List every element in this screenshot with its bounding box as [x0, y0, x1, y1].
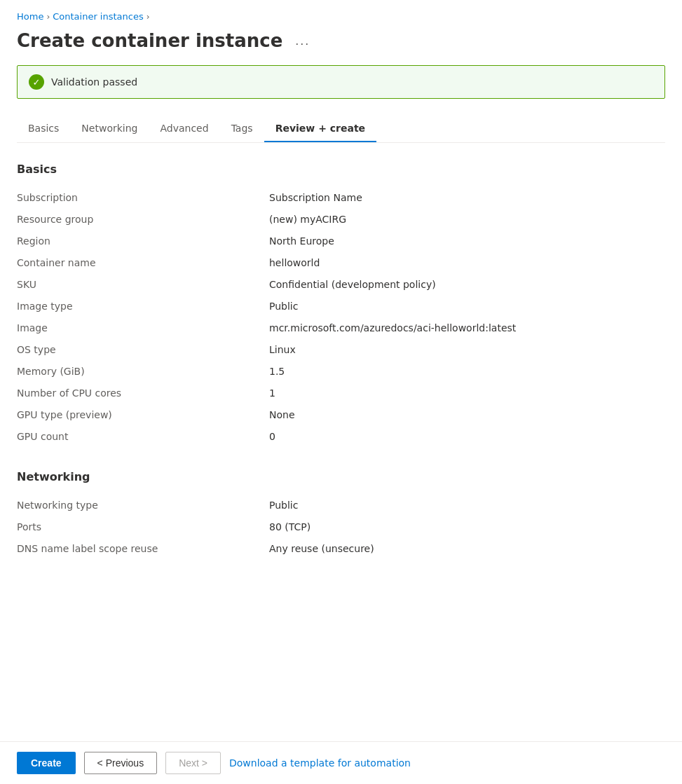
field-image-type-label: Image type: [17, 299, 269, 314]
field-image-type: Image type Public: [17, 296, 665, 317]
breadcrumb: Home › Container instances ›: [17, 11, 665, 22]
field-resource-group-label: Resource group: [17, 212, 269, 227]
field-container-name: Container name helloworld: [17, 252, 665, 274]
field-container-name-label: Container name: [17, 256, 269, 270]
validation-text: Validation passed: [51, 76, 137, 88]
field-memory-value: 1.5: [269, 364, 665, 379]
basics-section: Basics Subscription Subscription Name Re…: [17, 163, 665, 448]
field-os-type-label: OS type: [17, 343, 269, 357]
validation-banner: ✓ Validation passed: [17, 65, 665, 99]
field-networking-type-value: Public: [269, 498, 665, 513]
field-cpu-cores-value: 1: [269, 386, 665, 401]
basics-section-title: Basics: [17, 163, 665, 176]
field-region: Region North Europe: [17, 231, 665, 252]
field-gpu-count-label: GPU count: [17, 429, 269, 444]
field-sku-value: Confidential (development policy): [269, 277, 665, 292]
field-networking-type-label: Networking type: [17, 498, 269, 513]
field-region-value: North Europe: [269, 234, 665, 249]
next-button: Next >: [165, 752, 221, 774]
networking-section-title: Networking: [17, 470, 665, 483]
field-os-type: OS type Linux: [17, 339, 665, 361]
footer: Create < Previous Next > Download a temp…: [0, 741, 682, 784]
validation-check-icon: ✓: [29, 74, 44, 90]
field-gpu-type-value: None: [269, 408, 665, 422]
field-image: Image mcr.microsoft.com/azuredocs/aci-he…: [17, 317, 665, 339]
field-image-label: Image: [17, 321, 269, 336]
field-gpu-type-label: GPU type (preview): [17, 408, 269, 422]
field-dns-scope: DNS name label scope reuse Any reuse (un…: [17, 538, 665, 560]
field-image-value: mcr.microsoft.com/azuredocs/aci-hellowor…: [269, 321, 665, 336]
field-resource-group-value: (new) myACIRG: [269, 212, 665, 227]
tab-review-create[interactable]: Review + create: [264, 116, 376, 142]
field-subscription-label: Subscription: [17, 191, 269, 205]
field-networking-type: Networking type Public: [17, 495, 665, 516]
tab-advanced[interactable]: Advanced: [149, 116, 219, 142]
field-dns-scope-value: Any reuse (unsecure): [269, 542, 665, 556]
tab-tags[interactable]: Tags: [220, 116, 264, 142]
breadcrumb-container-instances[interactable]: Container instances: [53, 11, 144, 22]
field-dns-scope-label: DNS name label scope reuse: [17, 542, 269, 556]
breadcrumb-home[interactable]: Home: [17, 11, 43, 22]
breadcrumb-sep-2: ›: [146, 12, 150, 22]
field-sku: SKU Confidential (development policy): [17, 274, 665, 296]
field-ports-label: Ports: [17, 520, 269, 535]
field-ports-value: 80 (TCP): [269, 520, 665, 535]
field-region-label: Region: [17, 234, 269, 249]
field-ports: Ports 80 (TCP): [17, 516, 665, 538]
field-memory-label: Memory (GiB): [17, 364, 269, 379]
tabs-bar: Basics Networking Advanced Tags Review +…: [17, 116, 665, 143]
field-resource-group: Resource group (new) myACIRG: [17, 209, 665, 231]
field-cpu-cores: Number of CPU cores 1: [17, 383, 665, 404]
create-button[interactable]: Create: [17, 752, 76, 774]
field-gpu-type: GPU type (preview) None: [17, 404, 665, 426]
field-gpu-count: GPU count 0: [17, 426, 665, 448]
more-options-button[interactable]: ...: [291, 32, 314, 50]
previous-button[interactable]: < Previous: [84, 752, 158, 774]
breadcrumb-sep-1: ›: [46, 12, 50, 22]
field-memory: Memory (GiB) 1.5: [17, 361, 665, 383]
field-subscription-value: Subscription Name: [269, 191, 665, 205]
tab-basics[interactable]: Basics: [17, 116, 70, 142]
field-sku-label: SKU: [17, 277, 269, 292]
page-title: Create container instance: [17, 30, 282, 51]
field-cpu-cores-label: Number of CPU cores: [17, 386, 269, 401]
field-image-type-value: Public: [269, 299, 665, 314]
field-gpu-count-value: 0: [269, 429, 665, 444]
networking-section: Networking Networking type Public Ports …: [17, 470, 665, 560]
field-os-type-value: Linux: [269, 343, 665, 357]
download-template-link[interactable]: Download a template for automation: [229, 757, 411, 769]
field-container-name-value: helloworld: [269, 256, 665, 270]
page-title-row: Create container instance ...: [17, 30, 665, 51]
field-subscription: Subscription Subscription Name: [17, 187, 665, 209]
tab-networking[interactable]: Networking: [70, 116, 149, 142]
